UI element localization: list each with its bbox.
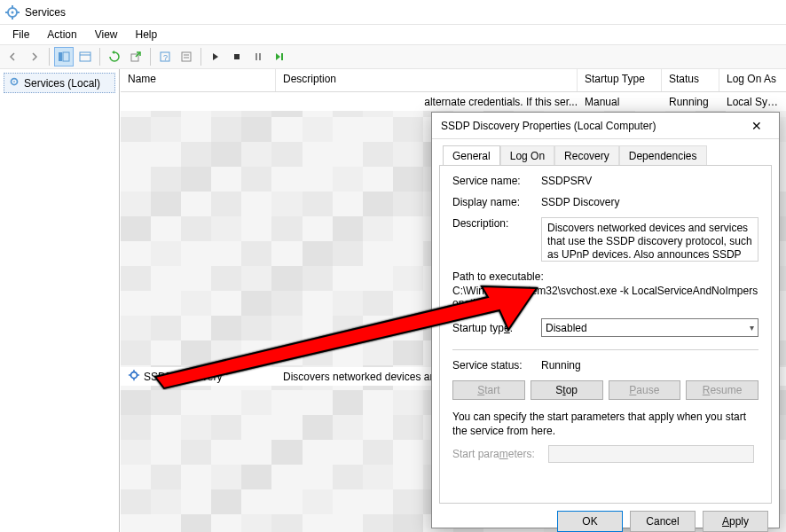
label-startup-type: Startup type: (452, 322, 541, 334)
titlebar: Services (0, 0, 786, 25)
cell-logon: Local Syste... (719, 94, 786, 110)
start-params-note: You can specify the start parameters tha… (452, 411, 758, 438)
dialog-title: SSDP Discovery Properties (Local Compute… (441, 120, 656, 132)
svg-point-1 (12, 11, 14, 13)
label-path: Path to executable: (452, 270, 758, 283)
toolbar: ? (0, 44, 786, 69)
close-button[interactable]: ✕ (743, 119, 770, 133)
properties-button[interactable] (177, 47, 196, 66)
stop-button[interactable]: Stop (531, 380, 603, 400)
start-button: Start (452, 380, 525, 400)
apply-button[interactable]: Apply (703, 511, 768, 532)
svg-point-22 (131, 372, 138, 379)
play-button[interactable] (206, 47, 225, 66)
menubar: File Action View Help (0, 25, 786, 44)
table-row[interactable]: alternate credentials. If this ser... Ma… (121, 92, 786, 111)
gear-icon (8, 75, 20, 90)
start-parameters-input (548, 445, 754, 463)
cell-desc: alternate credentials. If this ser... (276, 94, 578, 110)
details-button[interactable] (75, 47, 95, 66)
stop-button[interactable] (227, 47, 247, 66)
startup-type-combo[interactable]: Disabled ▾ (541, 318, 758, 337)
col-startup-type[interactable]: Startup Type (578, 69, 662, 91)
cell-name: SSDP Discovery (121, 367, 276, 386)
menu-view[interactable]: View (86, 27, 127, 43)
services-icon (5, 5, 20, 20)
value-display-name: SSDP Discovery (541, 196, 758, 208)
tab-body: Service name: SSDPSRV Display name: SSDP… (439, 165, 772, 504)
properties-dialog: SSDP Discovery Properties (Local Compute… (431, 112, 780, 528)
svg-rect-16 (234, 54, 240, 59)
back-button[interactable] (4, 47, 23, 66)
svg-rect-19 (281, 53, 283, 60)
pause-button: Pause (609, 380, 681, 400)
value-service-status: Running (541, 359, 758, 372)
label-start-parameters: Start parameters: (452, 448, 541, 460)
tab-general[interactable]: General (443, 145, 500, 166)
tree-item-services-local[interactable]: Services (Local) (4, 73, 115, 93)
show-hide-tree-button[interactable] (54, 47, 74, 66)
cell-status: Running (662, 94, 719, 110)
tree-pane: Services (Local) (0, 69, 120, 532)
svg-rect-17 (255, 53, 257, 60)
pause-button[interactable] (248, 47, 268, 66)
menu-action[interactable]: Action (38, 27, 85, 43)
startup-type-value: Disabled (546, 322, 587, 334)
svg-point-21 (13, 81, 15, 82)
gear-icon (128, 369, 140, 384)
tab-log-on[interactable]: Log On (500, 145, 554, 166)
chevron-down-icon: ▾ (750, 323, 754, 332)
svg-rect-18 (259, 53, 261, 60)
col-name[interactable]: Name (121, 69, 276, 91)
svg-rect-8 (80, 52, 90, 61)
svg-rect-6 (59, 52, 62, 61)
menu-help[interactable]: Help (127, 27, 167, 43)
tab-dependencies[interactable]: Dependencies (619, 145, 707, 166)
label-description: Description: (452, 217, 541, 230)
help-button[interactable]: ? (155, 47, 175, 66)
export-button[interactable] (126, 47, 145, 66)
label-service-name: Service name: (452, 175, 541, 187)
svg-rect-13 (182, 52, 191, 61)
svg-rect-7 (63, 52, 69, 61)
column-headers: Name Description Startup Type Status Log… (121, 69, 786, 92)
menu-file[interactable]: File (4, 27, 38, 43)
forward-button[interactable] (25, 47, 44, 66)
dialog-footer: OK Cancel Apply (432, 511, 779, 532)
dialog-titlebar[interactable]: SSDP Discovery Properties (Local Compute… (432, 113, 779, 139)
cancel-button[interactable]: Cancel (630, 511, 696, 532)
tree-item-label: Services (Local) (24, 77, 100, 90)
col-description[interactable]: Description (276, 69, 578, 91)
restart-button[interactable] (270, 47, 289, 66)
col-log-on-as[interactable]: Log On As (719, 69, 786, 91)
dialog-tabs: General Log On Recovery Dependencies (432, 139, 779, 165)
ok-button[interactable]: OK (557, 511, 623, 532)
label-display-name: Display name: (452, 196, 541, 208)
cell-startup-type: Manual (578, 94, 662, 110)
value-service-name: SSDPSRV (541, 175, 758, 187)
refresh-button[interactable] (105, 47, 124, 66)
description-box[interactable]: Discovers networked devices and services… (541, 217, 758, 262)
col-status[interactable]: Status (662, 69, 719, 91)
tab-recovery[interactable]: Recovery (554, 145, 619, 166)
svg-text:?: ? (163, 53, 168, 62)
window-title: Services (25, 6, 66, 19)
label-service-status: Service status: (452, 359, 541, 372)
value-path: C:\Windows\system32\svchost.exe -k Local… (452, 285, 758, 309)
resume-button: Resume (686, 380, 758, 400)
